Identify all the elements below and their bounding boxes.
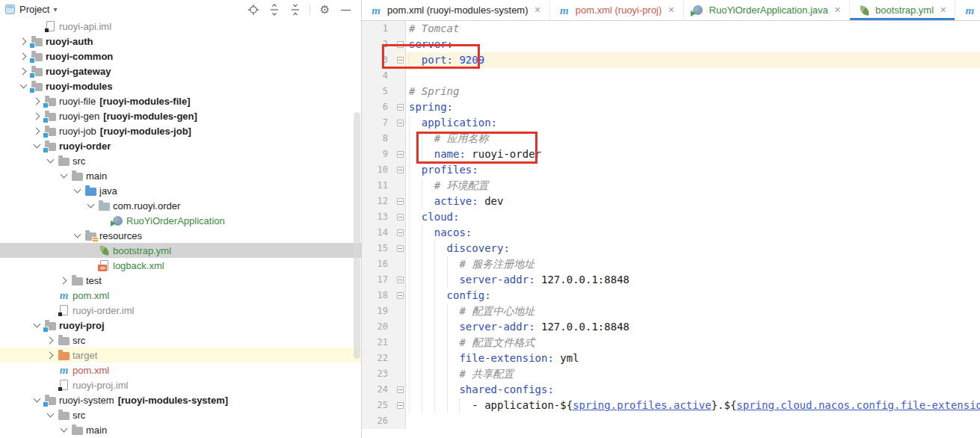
tree-item-ruoyi-common[interactable]: ruoyi-common bbox=[0, 49, 362, 64]
code-line[interactable]: # 共享配置 bbox=[406, 366, 980, 382]
fold-marker-icon[interactable] bbox=[397, 198, 404, 205]
code-line[interactable]: spring: bbox=[406, 99, 980, 115]
tab-pom.xml (ruoyi-modules-system)[interactable]: mpom.xml (ruoyi-modules-system)✕ bbox=[362, 0, 550, 20]
tree-item-pom.xml[interactable]: mpom.xml bbox=[0, 363, 362, 377]
tree-item-logback.xml[interactable]: <>logback.xml bbox=[0, 258, 362, 273]
tree-item-main[interactable]: main bbox=[0, 422, 362, 437]
code-line[interactable]: # Spring bbox=[406, 84, 980, 99]
code-line[interactable]: discovery: bbox=[406, 241, 980, 256]
chevron-collapsed-icon[interactable] bbox=[16, 39, 30, 44]
fold-marker-icon[interactable] bbox=[397, 292, 404, 299]
chevron-collapsed-icon[interactable] bbox=[57, 278, 70, 283]
chevron-collapsed-icon[interactable] bbox=[43, 338, 57, 343]
code-line[interactable] bbox=[406, 413, 980, 429]
expand-all-icon[interactable] bbox=[268, 3, 280, 16]
code-line[interactable]: shared-configs: bbox=[406, 382, 980, 398]
code-line[interactable]: - application-${spring.profiles.active}.… bbox=[406, 398, 980, 413]
code-line[interactable]: server-addr: 127.0.0.1:8848 bbox=[406, 319, 980, 335]
tree-item-ruoyi-modules[interactable]: ruoyi-modules bbox=[0, 78, 362, 93]
chevron-expanded-icon[interactable] bbox=[30, 324, 43, 327]
tab-pom.xml (ruoyi-proj)[interactable]: mpom.xml (ruoyi-proj)✕ bbox=[550, 0, 684, 20]
chevron-expanded-icon[interactable] bbox=[70, 189, 84, 192]
chevron-collapsed-icon[interactable] bbox=[30, 114, 43, 119]
chevron-collapsed-icon[interactable] bbox=[43, 353, 57, 358]
code-line[interactable]: cloud: bbox=[406, 209, 980, 225]
gear-icon[interactable]: ⚙ bbox=[318, 3, 331, 16]
select-opened-file-icon[interactable] bbox=[247, 3, 259, 16]
tree-item-ruoyi-gateway[interactable]: ruoyi-gateway bbox=[0, 64, 362, 78]
code-line[interactable]: # 配置中心地址 bbox=[406, 303, 980, 319]
chevron-collapsed-icon[interactable] bbox=[30, 129, 43, 134]
code-line[interactable] bbox=[406, 68, 980, 84]
chevron-expanded-icon[interactable] bbox=[84, 204, 97, 207]
tree-item-resources[interactable]: resources bbox=[0, 228, 362, 243]
code-line[interactable]: config: bbox=[406, 288, 980, 303]
tree-item-java[interactable]: java bbox=[0, 183, 362, 198]
code-line[interactable]: application: bbox=[406, 115, 980, 131]
chevron-collapsed-icon[interactable] bbox=[30, 99, 43, 104]
hide-panel-icon[interactable]: — bbox=[339, 3, 352, 16]
tree-item-ruoyi-file[interactable]: ruoyi-file[ruoyi-modules-file] bbox=[0, 93, 362, 108]
tree-item-ruoyi-system[interactable]: ruoyi-system[ruoyi-modules-system] bbox=[0, 392, 362, 407]
tree-item-ruoyi-gen[interactable]: ruoyi-gen[ruoyi-modules-gen] bbox=[0, 108, 362, 123]
chevron-expanded-icon[interactable] bbox=[16, 84, 30, 87]
code-line[interactable]: active: dev bbox=[406, 194, 980, 209]
code-line[interactable]: # 配置文件格式 bbox=[406, 335, 980, 351]
fold-marker-icon[interactable] bbox=[397, 245, 404, 252]
collapse-all-icon[interactable] bbox=[289, 3, 301, 16]
chevron-expanded-icon[interactable] bbox=[30, 144, 43, 147]
tab-pom.xml[interactable]: mpom.xml✕ bbox=[955, 0, 980, 20]
tree-item-ruoyi-order[interactable]: ruoyi-order bbox=[0, 138, 362, 153]
tab-bootstrap.yml[interactable]: bootstrap.yml✕ bbox=[850, 0, 955, 20]
tree-item-com.ruoyi.order[interactable]: com.ruoyi.order bbox=[0, 198, 362, 213]
code-line[interactable]: nacos: bbox=[406, 225, 980, 241]
tree-item-src[interactable]: src bbox=[0, 153, 362, 168]
tree-item-pom.xml[interactable]: mpom.xml bbox=[0, 288, 362, 303]
tree-item-ruoyi-proj.iml[interactable]: ruoyi-proj.iml bbox=[0, 377, 362, 392]
fold-marker-icon[interactable] bbox=[397, 120, 404, 126]
fold-marker-icon[interactable] bbox=[397, 167, 404, 173]
close-icon[interactable]: ✕ bbox=[834, 5, 841, 15]
code-line[interactable]: server: bbox=[406, 37, 980, 52]
caret-down-icon[interactable]: ▾ bbox=[53, 5, 57, 13]
close-icon[interactable]: ✕ bbox=[534, 5, 541, 15]
tree-item-ruoyi-api.iml[interactable]: ruoyi-api.iml bbox=[0, 19, 362, 34]
fold-marker-icon[interactable] bbox=[397, 277, 404, 283]
fold-marker-icon[interactable] bbox=[397, 214, 404, 220]
code-line[interactable]: # 应用名称 bbox=[406, 131, 980, 146]
chevron-collapsed-icon[interactable] bbox=[16, 54, 30, 59]
tree-item-bootstrap.yml[interactable]: bootstrap.yml bbox=[0, 243, 362, 258]
code-line[interactable]: profiles: bbox=[406, 162, 980, 178]
tree-item-src[interactable]: src bbox=[0, 407, 362, 422]
chevron-expanded-icon[interactable] bbox=[57, 174, 70, 177]
tree-item-target[interactable]: target bbox=[0, 348, 362, 363]
fold-marker-icon[interactable] bbox=[397, 41, 404, 48]
close-icon[interactable]: ✕ bbox=[668, 5, 674, 15]
code-line[interactable]: # Tomcat bbox=[406, 21, 980, 37]
code-line[interactable]: port: 9209 bbox=[406, 52, 980, 68]
code-line[interactable]: # 环境配置 bbox=[406, 178, 980, 194]
tab-RuoYiOrderApplication.java[interactable]: RuoYiOrderApplication.java✕ bbox=[684, 0, 850, 20]
chevron-expanded-icon[interactable] bbox=[57, 428, 70, 431]
tree-item-src[interactable]: src bbox=[0, 333, 362, 348]
chevron-collapsed-icon[interactable] bbox=[16, 69, 30, 74]
code-line[interactable]: # 服务注册地址 bbox=[406, 256, 980, 272]
chevron-expanded-icon[interactable] bbox=[43, 413, 57, 416]
editor-body[interactable]: 1# Tomcat2server:3 port: 920945# Spring6… bbox=[362, 21, 980, 438]
fold-marker-icon[interactable] bbox=[397, 57, 404, 64]
tree-item-ruoyi-auth[interactable]: ruoyi-auth bbox=[0, 34, 362, 49]
close-icon[interactable]: ✕ bbox=[940, 5, 946, 15]
tree-item-ruoyi-order.iml[interactable]: ruoyi-order.iml bbox=[0, 303, 362, 318]
code-line[interactable]: name: ruoyi-order bbox=[406, 146, 980, 162]
chevron-expanded-icon[interactable] bbox=[30, 398, 43, 401]
fold-marker-icon[interactable] bbox=[397, 104, 404, 111]
chevron-expanded-icon[interactable] bbox=[43, 159, 57, 162]
code-line[interactable]: file-extension: yml bbox=[406, 351, 980, 366]
chevron-expanded-icon[interactable] bbox=[70, 234, 84, 237]
fold-marker-icon[interactable] bbox=[397, 229, 404, 236]
tree-item-ruoyi-job[interactable]: ruoyi-job[ruoyi-modules-job] bbox=[0, 123, 362, 138]
fold-marker-icon[interactable] bbox=[397, 386, 404, 393]
tree-item-RuoYiOrderApplication[interactable]: RuoYiOrderApplication bbox=[0, 213, 362, 228]
fold-marker-icon[interactable] bbox=[397, 151, 404, 158]
tree-item-ruoyi-proj[interactable]: ruoyi-proj bbox=[0, 318, 362, 333]
